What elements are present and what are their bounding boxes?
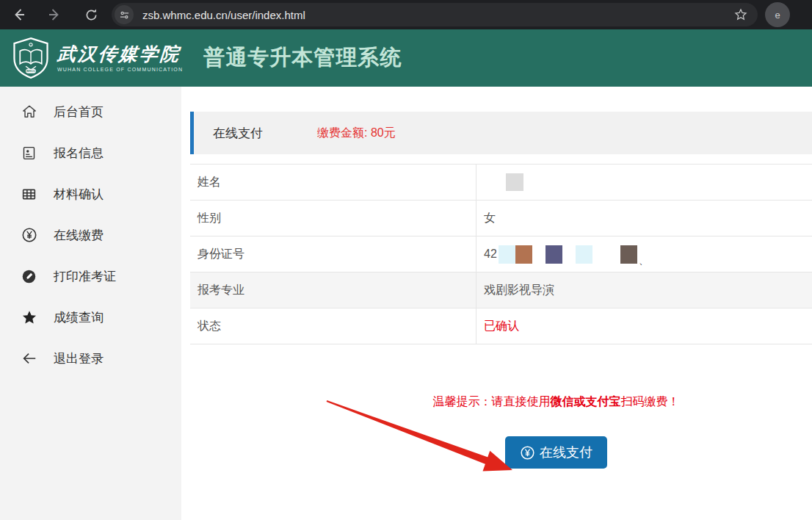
site-settings-icon[interactable] — [115, 5, 134, 24]
sidebar-item-label: 后台首页 — [54, 104, 104, 120]
tip-bold: 微信或支付宝 — [551, 395, 621, 408]
panel-title: 在线支付 — [213, 125, 263, 142]
page-title: 普通专升本管理系统 — [203, 43, 402, 73]
yen-circle-icon — [21, 227, 37, 244]
browser-toolbar: zsb.whmc.edu.cn/user/index.html e — [0, 0, 812, 29]
print-badge-icon — [21, 268, 37, 285]
payment-tip: 温馨提示：请直接使用微信或支付宝扫码缴费！ — [190, 394, 812, 410]
college-name-cn: 武汉传媒学院 — [57, 44, 184, 65]
logout-arrow-icon — [21, 350, 37, 367]
forward-icon[interactable] — [46, 6, 63, 24]
sidebar-item-label: 成绩查询 — [54, 309, 104, 326]
id-number-prefix: 42 — [484, 248, 497, 261]
url-text[interactable]: zsb.whmc.edu.cn/user/index.html — [142, 9, 305, 21]
row-value — [476, 165, 812, 200]
home-icon — [21, 104, 37, 120]
table-row-major: 报考专业 戏剧影视导演 — [190, 272, 812, 308]
row-value: 42 、 — [476, 236, 812, 272]
sidebar-item-logout[interactable]: 退出登录 — [0, 338, 181, 379]
applicant-info-table: 姓名 性别 女 身份证号 42 、 — [190, 164, 812, 344]
redaction-block — [620, 245, 637, 264]
table-row-status: 状态 已确认 — [190, 308, 812, 344]
row-label: 性别 — [190, 201, 476, 236]
row-value: 女 — [476, 201, 812, 236]
row-label: 报考专业 — [190, 272, 476, 308]
sidebar-item-material-confirm[interactable]: 材料确认 — [0, 173, 181, 214]
status-badge: 已确认 — [476, 308, 812, 344]
row-label: 状态 — [190, 308, 476, 344]
app-header: WHCC 武汉传媒学院 WUHAN COLLEGE OF COMMUNICATI… — [0, 29, 812, 87]
table-row-id-number: 身份证号 42 、 — [190, 236, 812, 272]
sidebar-item-label: 打印准考证 — [54, 268, 116, 285]
row-label: 姓名 — [190, 165, 476, 200]
row-value: 戏剧影视导演 — [476, 272, 812, 308]
online-pay-button[interactable]: 在线支付 — [505, 436, 607, 469]
browser-avatar-label: e — [775, 10, 780, 21]
fee-amount-text: 缴费金额: 80元 — [317, 126, 396, 141]
address-bar[interactable]: zsb.whmc.edu.cn/user/index.html — [112, 3, 758, 26]
tip-prefix: 温馨提示：请直接使用 — [433, 395, 551, 408]
sidebar-item-print-admission[interactable]: 打印准考证 — [0, 256, 181, 297]
sidebar-item-label: 材料确认 — [54, 186, 104, 203]
refresh-icon[interactable] — [82, 6, 100, 24]
table-row-name: 姓名 — [190, 165, 812, 201]
sidebar-item-registration-info[interactable]: 报名信息 — [0, 132, 181, 173]
panel-header: 在线支付 缴费金额: 80元 — [190, 112, 812, 154]
table-icon — [21, 186, 37, 203]
star-icon — [21, 309, 37, 326]
redaction-block — [545, 245, 562, 264]
redaction-block — [515, 245, 532, 264]
table-row-gender: 性别 女 — [190, 201, 812, 236]
redaction-block — [576, 245, 592, 264]
sidebar-item-label: 报名信息 — [54, 145, 104, 162]
sidebar-item-online-payment[interactable]: 在线缴费 — [0, 214, 181, 256]
yen-circle-icon — [520, 445, 535, 461]
pay-button-label: 在线支付 — [540, 444, 592, 461]
redaction-block — [499, 245, 515, 264]
sidebar-item-score-query[interactable]: 成绩查询 — [0, 297, 181, 338]
id-card-icon — [21, 145, 37, 162]
back-icon[interactable] — [10, 6, 28, 24]
college-name-block: 武汉传媒学院 WUHAN COLLEGE OF COMMUNICATION — [57, 44, 183, 72]
bookmark-star-icon[interactable] — [733, 7, 749, 23]
layout: 后台首页 报名信息 — [0, 87, 812, 520]
redaction-block — [506, 173, 523, 191]
svg-text:WHCC: WHCC — [26, 69, 35, 73]
browser-avatar[interactable]: e — [765, 2, 790, 27]
row-label: 身份证号 — [190, 236, 476, 272]
sidebar-item-label: 退出登录 — [54, 350, 104, 367]
sidebar: 后台首页 报名信息 — [0, 87, 181, 520]
tip-suffix: 扫码缴费！ — [621, 395, 680, 408]
sidebar-item-label: 在线缴费 — [54, 227, 104, 244]
main-content: 在线支付 缴费金额: 80元 姓名 性别 女 身份证号 42 — [181, 87, 812, 520]
pay-button-row: 在线支付 — [190, 436, 812, 469]
college-name-en: WUHAN COLLEGE OF COMMUNICATION — [57, 67, 183, 72]
college-logo-icon: WHCC — [12, 37, 50, 79]
sidebar-item-home[interactable]: 后台首页 — [0, 91, 181, 132]
id-number-suffix: 、 — [639, 254, 649, 272]
